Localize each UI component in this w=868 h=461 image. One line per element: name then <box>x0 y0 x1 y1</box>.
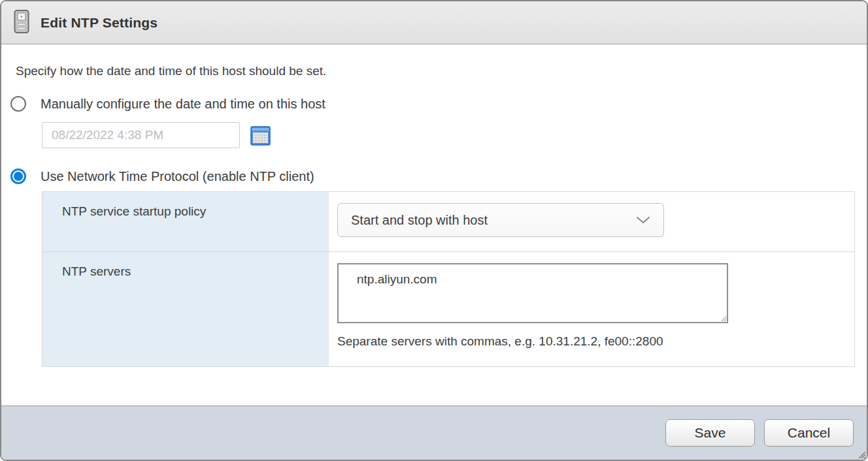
resize-grip-icon[interactable] <box>857 450 866 459</box>
dialog-content: Specify how the date and time of this ho… <box>1 44 867 405</box>
startup-policy-selected-value: Start and stop with host <box>351 213 488 228</box>
ntp-settings-table: NTP service startup policy Start and sto… <box>42 191 855 367</box>
save-button[interactable]: Save <box>665 419 755 447</box>
manual-option-row: Manually configure the date and time on … <box>10 96 867 112</box>
manual-datetime-row <box>42 122 867 148</box>
dialog-footer: Save Cancel <box>1 405 867 460</box>
ntp-servers-textarea[interactable]: ntp.aliyun.com <box>337 263 728 323</box>
startup-policy-label: NTP service startup policy <box>42 192 329 252</box>
manual-radio[interactable] <box>10 96 26 112</box>
dialog-title: Edit NTP Settings <box>41 15 158 31</box>
startup-policy-select[interactable]: Start and stop with host <box>337 203 664 237</box>
manual-radio-label: Manually configure the date and time on … <box>41 97 326 112</box>
datetime-input[interactable] <box>42 122 240 148</box>
calendar-icon[interactable] <box>250 125 271 146</box>
startup-policy-cell: Start and stop with host <box>329 192 854 252</box>
cancel-button[interactable]: Cancel <box>764 419 854 447</box>
ntp-option-row: Use Network Time Protocol (enable NTP cl… <box>10 168 867 184</box>
host-server-icon <box>12 8 31 37</box>
intro-text: Specify how the date and time of this ho… <box>16 64 852 78</box>
ntp-radio-label: Use Network Time Protocol (enable NTP cl… <box>41 169 314 184</box>
ntp-servers-cell: ntp.aliyun.com Separate servers with com… <box>329 252 854 366</box>
edit-ntp-settings-dialog: Edit NTP Settings Specify how the date a… <box>0 0 868 461</box>
dialog-titlebar: Edit NTP Settings <box>1 1 867 44</box>
ntp-servers-hint: Separate servers with commas, e.g. 10.31… <box>337 334 854 349</box>
chevron-down-icon <box>636 215 650 225</box>
ntp-radio[interactable] <box>10 168 26 184</box>
ntp-servers-label: NTP servers <box>42 252 329 366</box>
